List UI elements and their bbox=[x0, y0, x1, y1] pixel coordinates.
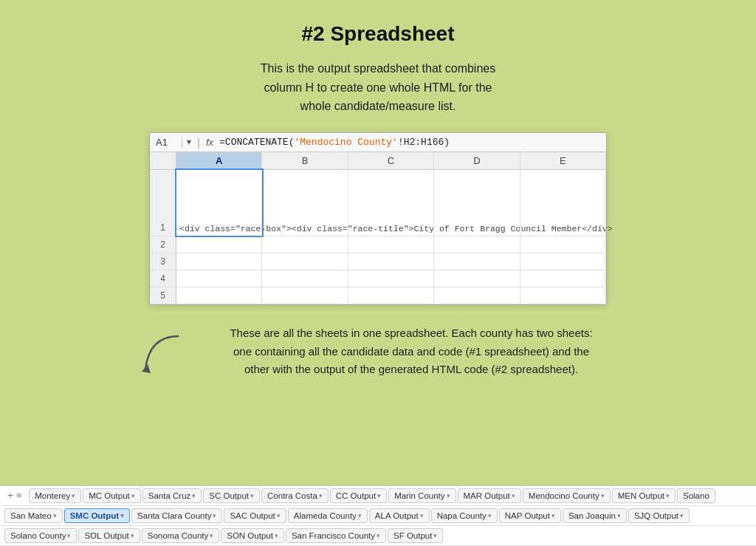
tab-mar-output[interactable]: MAR Output ▾ bbox=[458, 488, 521, 503]
tabs-row-2: San Mateo ▾ SMC Output ▾ Santa Clara Cou… bbox=[0, 506, 756, 526]
chevron-down-icon: ▾ bbox=[488, 512, 492, 519]
cell-b2[interactable] bbox=[262, 236, 348, 253]
cell-e1[interactable] bbox=[520, 170, 606, 236]
cell-d3[interactable] bbox=[434, 253, 520, 270]
cell-c3[interactable] bbox=[348, 253, 434, 270]
cell-b3[interactable] bbox=[262, 253, 348, 270]
cell-b5[interactable] bbox=[262, 287, 348, 304]
tabs-row-3: Solano County ▾ SOL Output ▾ Sonoma Coun… bbox=[0, 526, 756, 546]
chevron-down-icon: ▾ bbox=[447, 492, 450, 499]
chevron-down-icon: ▾ bbox=[358, 512, 362, 519]
cell-c4[interactable] bbox=[348, 270, 434, 287]
chevron-down-icon: ▾ bbox=[67, 532, 71, 539]
col-header-e[interactable]: E bbox=[520, 152, 606, 169]
formula-divider: | bbox=[197, 136, 200, 149]
tab-sol-output[interactable]: SOL Output ▾ bbox=[78, 528, 140, 543]
annotation-text: These are all the sheets in one spreadsh… bbox=[201, 321, 622, 379]
tab-contra-costa[interactable]: Contra Costa ▾ bbox=[261, 488, 329, 503]
row-number: 1 bbox=[150, 170, 176, 236]
chevron-down-icon: ▾ bbox=[433, 532, 437, 539]
tab-smc-output[interactable]: SMC Output ▾ bbox=[64, 508, 130, 523]
chevron-down-icon: ▾ bbox=[617, 512, 621, 519]
tab-napa-county[interactable]: Napa County ▾ bbox=[431, 508, 498, 523]
table-row: 5 bbox=[150, 287, 606, 304]
chevron-down-icon: ▾ bbox=[277, 512, 281, 519]
chevron-down-icon: ▾ bbox=[377, 492, 381, 499]
tab-sac-output[interactable]: SAC Output ▾ bbox=[224, 508, 286, 523]
tab-santa-clara-county[interactable]: Santa Clara County ▾ bbox=[131, 508, 222, 523]
tab-ala-output[interactable]: ALA Output ▾ bbox=[369, 508, 430, 523]
tabs-row-1: + ≡ Monterey ▾ MC Output ▾ Santa Cruz ▾ … bbox=[0, 486, 756, 506]
table-row: 2 bbox=[150, 236, 606, 253]
tab-cc-output[interactable]: CC Output ▾ bbox=[330, 488, 387, 503]
grid-body: 1 <div class="race-box"><div class="race… bbox=[150, 170, 606, 304]
cell-c2[interactable] bbox=[348, 236, 434, 253]
tab-mc-output[interactable]: MC Output ▾ bbox=[83, 488, 141, 503]
tab-men-output[interactable]: MEN Output ▾ bbox=[612, 488, 676, 503]
cell-e3[interactable] bbox=[520, 253, 606, 270]
cell-c5[interactable] bbox=[348, 287, 434, 304]
cell-d2[interactable] bbox=[434, 236, 520, 253]
chevron-down-icon: ▾ bbox=[210, 532, 213, 539]
chevron-down-icon: ▾ bbox=[666, 492, 670, 499]
tab-santa-cruz[interactable]: Santa Cruz ▾ bbox=[142, 488, 202, 503]
chevron-down-icon: ▾ bbox=[72, 492, 75, 499]
tab-son-output[interactable]: SON Output ▾ bbox=[221, 528, 284, 543]
tab-marin-county[interactable]: Marin County ▾ bbox=[388, 488, 456, 503]
cell-a1[interactable]: <div class="race-box"><div class="race-t… bbox=[176, 170, 262, 236]
cell-d5[interactable] bbox=[434, 287, 520, 304]
chevron-down-icon: ▾ bbox=[512, 492, 515, 499]
cell-dropdown[interactable]: ▾ bbox=[187, 137, 191, 147]
cell-b4[interactable] bbox=[262, 270, 348, 287]
cell-c1[interactable] bbox=[348, 170, 434, 236]
chevron-down-icon: ▾ bbox=[131, 532, 134, 539]
cell-e2[interactable] bbox=[520, 236, 606, 253]
tab-mendocino-county[interactable]: Mendocino County ▾ bbox=[523, 488, 611, 503]
annotation-area: These are all the sheets in one spreadsh… bbox=[134, 321, 622, 388]
grid-header: A B C D E bbox=[150, 152, 606, 170]
menu-icon[interactable]: ≡ bbox=[16, 490, 21, 502]
tab-sf-output[interactable]: SF Output ▾ bbox=[388, 528, 443, 543]
col-header-c[interactable]: C bbox=[348, 152, 434, 169]
chevron-down-icon: ▾ bbox=[420, 512, 424, 519]
cell-a2[interactable] bbox=[176, 236, 262, 253]
chevron-down-icon: ▾ bbox=[213, 512, 216, 519]
col-header-a[interactable]: A bbox=[176, 152, 262, 169]
col-header-d[interactable]: D bbox=[434, 152, 520, 169]
row-number: 2 bbox=[150, 236, 176, 253]
cell-a4[interactable] bbox=[176, 270, 262, 287]
chevron-down-icon: ▾ bbox=[120, 512, 124, 519]
tabs-area: + ≡ Monterey ▾ MC Output ▾ Santa Cruz ▾ … bbox=[0, 485, 756, 546]
cell-a5[interactable] bbox=[176, 287, 262, 304]
tab-san-joaquin[interactable]: San Joaquin ▾ bbox=[563, 508, 627, 523]
row-number: 4 bbox=[150, 270, 176, 287]
tab-nap-output[interactable]: NAP Output ▾ bbox=[499, 508, 561, 523]
tab-alameda-county[interactable]: Alameda County ▾ bbox=[288, 508, 368, 523]
tab-san-francisco-county[interactable]: San Francisco County ▾ bbox=[286, 528, 386, 543]
tab-sc-output[interactable]: SC Output ▾ bbox=[203, 488, 260, 503]
cell-e4[interactable] bbox=[520, 270, 606, 287]
tab-solano-county[interactable]: Solano County ▾ bbox=[4, 528, 77, 543]
cell-d4[interactable] bbox=[434, 270, 520, 287]
tab-sjq-output[interactable]: SJQ Output ▾ bbox=[628, 508, 690, 523]
chevron-down-icon: ▾ bbox=[551, 512, 555, 519]
tab-sonoma-county[interactable]: Sonoma County ▾ bbox=[142, 528, 219, 543]
cell-d1[interactable] bbox=[434, 170, 520, 236]
formula-text: =CONCATENATE('Mendocino County'!H2:H166) bbox=[219, 137, 450, 148]
cell-e5[interactable] bbox=[520, 287, 606, 304]
chevron-down-icon: ▾ bbox=[250, 492, 254, 499]
tab-monterey[interactable]: Monterey ▾ bbox=[29, 488, 81, 503]
add-sheet-icon[interactable]: + bbox=[7, 490, 13, 502]
tab-san-mateo[interactable]: San Mateo ▾ bbox=[4, 508, 63, 523]
col-header-b[interactable]: B bbox=[262, 152, 348, 169]
chevron-down-icon: ▾ bbox=[192, 492, 196, 499]
page-container: #2 Spreadsheet This is the output spread… bbox=[0, 0, 756, 546]
chevron-down-icon: ▾ bbox=[319, 492, 323, 499]
chevron-down-icon: ▾ bbox=[131, 492, 135, 499]
cell-a3[interactable] bbox=[176, 253, 262, 270]
chevron-down-icon: ▾ bbox=[601, 492, 605, 499]
cell-b1[interactable] bbox=[262, 170, 348, 236]
fx-symbol: fx bbox=[206, 137, 213, 148]
tab-solano[interactable]: Solano bbox=[677, 488, 715, 503]
table-row: 1 <div class="race-box"><div class="race… bbox=[150, 170, 606, 236]
